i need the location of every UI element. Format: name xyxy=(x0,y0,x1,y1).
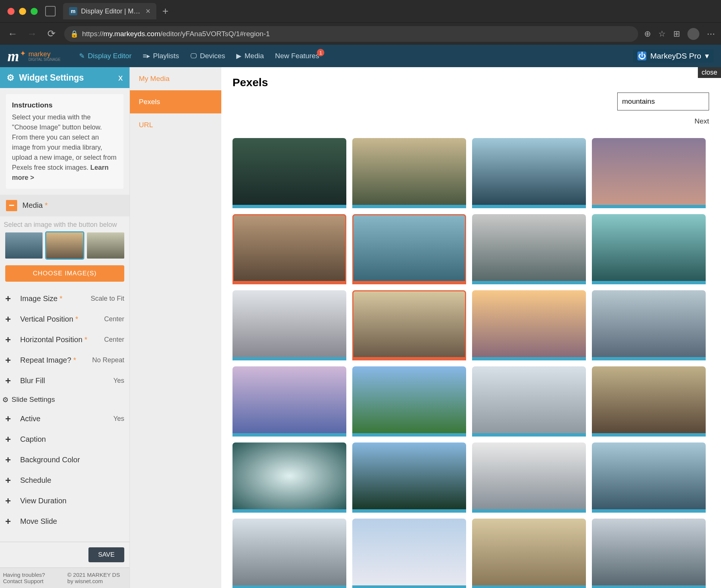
nav-media[interactable]: ▶ Media xyxy=(236,52,264,60)
image-card[interactable] xyxy=(232,442,346,513)
image-card[interactable] xyxy=(232,138,346,208)
property-label: Repeat Image? * xyxy=(20,356,92,365)
close-window-icon[interactable] xyxy=(7,8,15,15)
image-card[interactable] xyxy=(232,366,346,437)
expand-icon[interactable]: + xyxy=(5,354,13,366)
favorites-icon[interactable]: ☆ xyxy=(658,29,666,39)
nav-playlists[interactable]: ≡▸ Playlists xyxy=(143,52,179,60)
source-tab-my-media[interactable]: My Media xyxy=(130,67,221,90)
thumb-image[interactable] xyxy=(5,232,43,259)
expand-icon[interactable]: + xyxy=(5,475,13,486)
account-menu[interactable]: ⏻ MarkeyDS Pro ▾ xyxy=(633,49,714,63)
expand-icon[interactable]: + xyxy=(5,413,13,425)
monitor-icon: 🖵 xyxy=(190,52,197,60)
expand-icon[interactable]: + xyxy=(5,434,13,445)
logo-mark-icon: m xyxy=(7,47,19,65)
property-row[interactable]: + Vertical Position * Center xyxy=(0,309,129,329)
browser-tab[interactable]: m Display Editor | MarkeyDS – In × xyxy=(63,3,156,19)
image-card[interactable] xyxy=(472,519,586,588)
image-card[interactable] xyxy=(352,519,466,588)
property-row[interactable]: + Active Yes xyxy=(0,409,129,429)
image-card[interactable] xyxy=(592,366,706,437)
save-button[interactable]: SAVE xyxy=(88,547,124,562)
source-tab-url[interactable]: URL xyxy=(130,113,221,137)
image-card[interactable] xyxy=(352,290,466,360)
sidebar-toggle-icon[interactable] xyxy=(45,6,56,16)
property-row[interactable]: + Background Color xyxy=(0,450,129,470)
image-card[interactable] xyxy=(592,214,706,284)
property-row[interactable]: + Image Size * Scale to Fit xyxy=(0,288,129,309)
image-card[interactable] xyxy=(352,366,466,437)
image-card[interactable] xyxy=(592,442,706,513)
expand-icon[interactable]: + xyxy=(5,375,13,387)
reader-icon[interactable]: ⊕ xyxy=(644,29,651,39)
panel-close-button[interactable]: x xyxy=(118,72,123,83)
property-row[interactable]: + Horizontal Position * Center xyxy=(0,329,129,350)
property-row[interactable]: + Schedule xyxy=(0,470,129,491)
image-card[interactable] xyxy=(472,138,586,208)
property-label: Image Size * xyxy=(20,294,91,303)
logo[interactable]: m ✦ markey DIGITAL SIGNAGE xyxy=(7,47,60,65)
image-card[interactable] xyxy=(592,519,706,588)
image-card[interactable] xyxy=(352,214,466,284)
property-label: Schedule xyxy=(20,476,124,485)
image-card[interactable] xyxy=(472,214,586,284)
play-icon: ▶ xyxy=(236,52,241,60)
property-row[interactable]: + Blur Fill Yes xyxy=(0,370,129,391)
expand-icon[interactable]: + xyxy=(5,334,13,345)
url-input[interactable]: 🔒 https://my.markeyds.com/editor/yFAna5V… xyxy=(64,26,638,42)
window-controls xyxy=(7,8,38,15)
image-card[interactable] xyxy=(232,290,346,360)
property-row[interactable]: + Move Slide xyxy=(0,511,129,532)
new-tab-button[interactable]: + xyxy=(162,5,168,17)
nav-display-editor[interactable]: ✎ Display Editor xyxy=(79,52,131,60)
expand-icon[interactable]: + xyxy=(5,313,13,325)
expand-icon[interactable]: + xyxy=(5,516,13,527)
image-card[interactable] xyxy=(352,138,466,208)
property-value: Center xyxy=(104,336,124,344)
reload-button[interactable]: ⟳ xyxy=(45,28,58,40)
thumb-image[interactable] xyxy=(87,232,124,259)
caret-down-icon: ▾ xyxy=(705,51,709,60)
content-panel: close Pexels Next xyxy=(221,67,721,588)
forward-button[interactable]: → xyxy=(25,28,39,40)
nav-new-features[interactable]: New Features 1 xyxy=(275,52,319,60)
account-name: MarkeyDS Pro xyxy=(650,51,701,60)
maximize-window-icon[interactable] xyxy=(31,8,38,15)
property-label: Horizontal Position * xyxy=(20,335,104,344)
thumb-image[interactable] xyxy=(46,232,84,259)
image-card[interactable] xyxy=(232,519,346,588)
property-row[interactable]: + Repeat Image? * No Repeat xyxy=(0,350,129,370)
contact-support-link[interactable]: Having troubles? Contact Support xyxy=(3,572,59,584)
expand-icon[interactable]: + xyxy=(5,495,13,507)
property-row[interactable]: + View Duration xyxy=(0,491,129,511)
source-tab-pexels[interactable]: Pexels xyxy=(130,90,221,113)
expand-icon[interactable]: + xyxy=(5,293,13,304)
property-label: Active xyxy=(20,415,113,423)
image-card[interactable] xyxy=(592,138,706,208)
more-icon[interactable]: ⋯ xyxy=(707,29,715,39)
choose-images-button[interactable]: CHOOSE IMAGE(S) xyxy=(5,265,124,282)
power-icon: ⏻ xyxy=(637,51,646,60)
image-card[interactable] xyxy=(472,442,586,513)
search-input[interactable] xyxy=(617,93,709,110)
image-card[interactable] xyxy=(472,290,586,360)
expand-icon[interactable]: + xyxy=(5,454,13,466)
minimize-window-icon[interactable] xyxy=(19,8,26,15)
logo-subtext: DIGITAL SIGNAGE xyxy=(28,57,60,62)
image-card[interactable] xyxy=(352,442,466,513)
back-button[interactable]: ← xyxy=(6,28,19,40)
tab-close-icon[interactable]: × xyxy=(146,6,150,16)
profile-avatar-icon[interactable] xyxy=(687,28,699,40)
image-card[interactable] xyxy=(232,214,346,284)
close-button[interactable]: close xyxy=(698,67,721,78)
logo-flare-icon: ✦ xyxy=(20,49,26,58)
next-link[interactable]: Next xyxy=(695,117,709,125)
media-section-header[interactable]: − Media * xyxy=(0,195,129,216)
nav-devices[interactable]: 🖵 Devices xyxy=(190,52,225,60)
collections-icon[interactable]: ⊞ xyxy=(673,29,680,39)
property-row[interactable]: + Caption xyxy=(0,429,129,450)
image-card[interactable] xyxy=(592,290,706,360)
collapse-icon[interactable]: − xyxy=(6,200,17,211)
image-card[interactable] xyxy=(472,366,586,437)
